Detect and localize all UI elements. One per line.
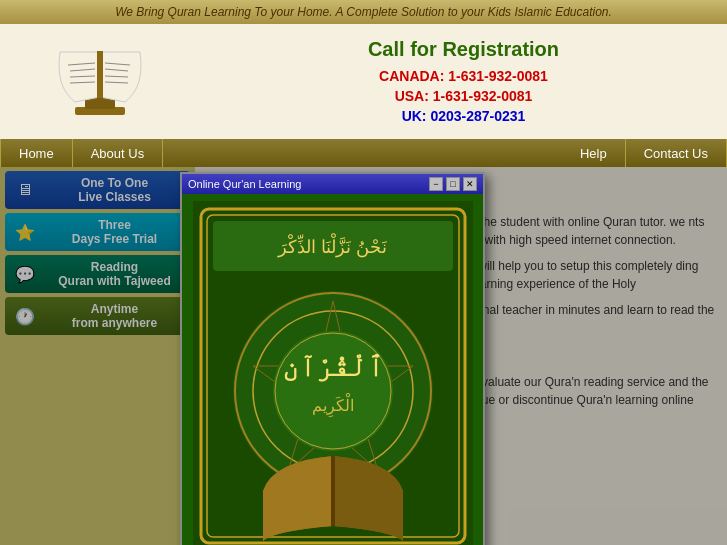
nav-about[interactable]: About Us: [73, 139, 163, 167]
registration-info: Call for Registration CANADA: 1-631-932-…: [200, 24, 727, 139]
header: Call for Registration CANADA: 1-631-932-…: [0, 24, 727, 139]
svg-point-20: [273, 331, 393, 451]
quran-artwork: نَحْنُ نَزَّلْنَا الذِّكْرَ ٱلْقُرْآن ال…: [193, 201, 473, 545]
uk-phone: UK: 0203-287-0231: [402, 108, 526, 124]
close-button[interactable]: ✕: [463, 177, 477, 191]
quran-image: نَحْنُ نَزَّلْنَا الذِّكْرَ ٱلْقُرْآن ال…: [182, 194, 483, 545]
modal-window: Online Qur'an Learning − □ ✕ نَحْنُ نَزَ…: [180, 172, 485, 545]
svg-rect-2: [97, 51, 103, 98]
nav-home[interactable]: Home: [0, 139, 73, 167]
modal-title: Online Qur'an Learning: [188, 178, 301, 190]
main-area: 🖥 One To One Live Classes ⭐ Three Days F…: [0, 167, 727, 545]
registration-title: Call for Registration: [368, 38, 559, 61]
top-banner: We Bring Quran Learning To your Home. A …: [0, 0, 727, 24]
nav-help[interactable]: Help: [562, 139, 626, 167]
minimize-button[interactable]: −: [429, 177, 443, 191]
svg-text:نَحْنُ نَزَّلْنَا الذِّكْرَ: نَحْنُ نَزَّلْنَا الذِّكْرَ: [277, 233, 388, 258]
quran-logo: [40, 37, 160, 127]
svg-text:ٱلْقُرْآن: ٱلْقُرْآن: [282, 351, 384, 382]
navigation: Home About Us Help Contact Us: [0, 139, 727, 167]
usa-phone: USA: 1-631-932-0081: [395, 88, 533, 104]
nav-contact[interactable]: Contact Us: [626, 139, 727, 167]
svg-rect-24: [331, 456, 335, 526]
logo-area: [0, 24, 200, 139]
modal-titlebar: Online Qur'an Learning − □ ✕: [182, 174, 483, 194]
canada-phone: CANADA: 1-631-932-0081: [379, 68, 548, 84]
modal-controls: − □ ✕: [429, 177, 477, 191]
maximize-button[interactable]: □: [446, 177, 460, 191]
banner-text: We Bring Quran Learning To your Home. A …: [115, 5, 612, 19]
